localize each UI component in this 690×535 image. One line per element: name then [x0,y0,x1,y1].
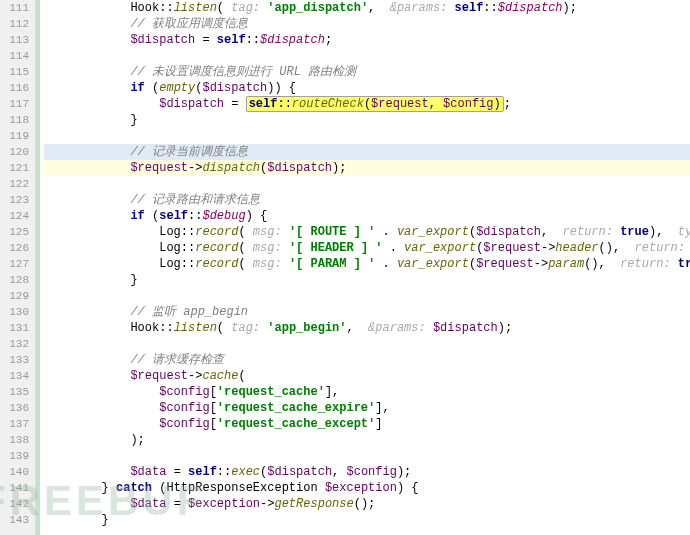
line-number: 115 [0,64,29,80]
code-line: $config['request_cache_expire'], [44,400,690,416]
line-number: 122 [0,176,29,192]
line-number: 130 [0,304,29,320]
line-number: 141 [0,480,29,496]
code-line: // 未设置调度信息则进行 URL 路由检测 [44,64,690,80]
code-line: if (self::$debug) { [44,208,690,224]
code-line: Hook::listen( tag: 'app_begin', &params:… [44,320,690,336]
code-line [44,448,690,464]
code-line: } [44,272,690,288]
code-line: $config['request_cache_except'] [44,416,690,432]
code-line: // 获取应用调度信息 [44,16,690,32]
line-number: 135 [0,384,29,400]
line-number: 138 [0,432,29,448]
line-number: 129 [0,288,29,304]
line-number: 119 [0,128,29,144]
line-number: 143 [0,512,29,528]
line-number: 126 [0,240,29,256]
code-line: } [44,512,690,528]
line-number: 137 [0,416,29,432]
code-line: } catch (HttpResponseException $exceptio… [44,480,690,496]
code-line: } [44,112,690,128]
line-number: 136 [0,400,29,416]
code-line: $request->cache( [44,368,690,384]
code-line: // 记录路由和请求信息 [44,192,690,208]
code-editor: 1111121131141151161171181191201211221231… [0,0,690,535]
line-number: 117 [0,96,29,112]
line-number: 112 [0,16,29,32]
line-number: 125 [0,224,29,240]
line-number: 124 [0,208,29,224]
code-line: $data = $exception->getResponse(); [44,496,690,512]
line-number: 121 [0,160,29,176]
code-line [44,176,690,192]
line-number: 118 [0,112,29,128]
code-line: $request->dispatch($dispatch); [44,160,690,176]
code-line [44,288,690,304]
code-line: $config['request_cache'], [44,384,690,400]
line-number: 133 [0,352,29,368]
code-line: Log::record( msg: '[ ROUTE ] ' . var_exp… [44,224,690,240]
line-number: 134 [0,368,29,384]
line-number: 113 [0,32,29,48]
line-number: 120 [0,144,29,160]
line-number: 128 [0,272,29,288]
code-line [44,336,690,352]
code-line: $dispatch = self::routeCheck($request, $… [44,96,690,112]
line-number: 114 [0,48,29,64]
line-gutter: 1111121131141151161171181191201211221231… [0,0,36,535]
line-number: 132 [0,336,29,352]
code-line: Hook::listen( tag: 'app_dispatch', &para… [44,0,690,16]
line-number: 127 [0,256,29,272]
code-line: // 请求缓存检查 [44,352,690,368]
code-line: if (empty($dispatch)) { [44,80,690,96]
line-number: 142 [0,496,29,512]
code-line: // 记录当前调度信息 [44,144,690,160]
code-line: $data = self::exec($dispatch, $config); [44,464,690,480]
code-line: // 监听 app_begin [44,304,690,320]
code-line: $dispatch = self::$dispatch; [44,32,690,48]
code-line [44,128,690,144]
highlighted-call: self::routeCheck($request, $config) [246,96,504,112]
code-line [44,48,690,64]
code-line: Log::record( msg: '[ HEADER ] ' . var_ex… [44,240,690,256]
code-line: Log::record( msg: '[ PARAM ] ' . var_exp… [44,256,690,272]
line-number: 139 [0,448,29,464]
line-number: 131 [0,320,29,336]
line-number: 140 [0,464,29,480]
line-number: 116 [0,80,29,96]
code-area: Hook::listen( tag: 'app_dispatch', &para… [36,0,690,535]
line-number: 123 [0,192,29,208]
code-line: ); [44,432,690,448]
line-number: 111 [0,0,29,16]
